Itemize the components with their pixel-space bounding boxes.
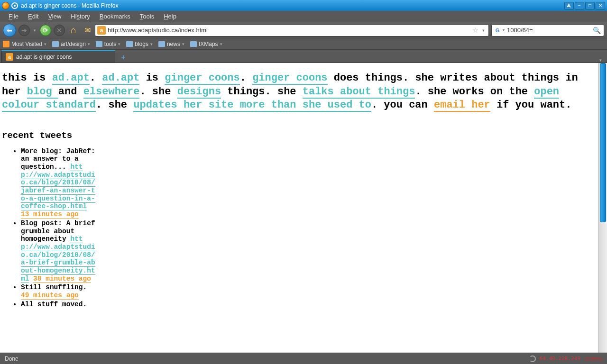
link-designs[interactable]: designs xyxy=(177,86,221,99)
most-visited-icon xyxy=(3,41,9,47)
bookmark-label: art/design xyxy=(61,41,86,47)
bookmark-label: news xyxy=(167,41,180,47)
page-content: this is ad.apt. ad.apt is ginger coons. … xyxy=(0,63,598,353)
status-ip: 64.40.228.249 xyxy=(540,355,580,362)
status-bar: Done 64.40.228.249 zotero xyxy=(0,353,607,364)
bookmark-star-icon[interactable]: ☆ xyxy=(470,26,480,35)
home-button[interactable]: ⌂ xyxy=(67,24,80,36)
vertical-scrollbar[interactable] xyxy=(598,63,607,353)
tweet-item: Blog post: A brief grumble about homogen… xyxy=(21,219,97,282)
tweet-text: All stuff moved. xyxy=(21,300,87,308)
folder-icon xyxy=(52,41,59,47)
tweets-heading: recent tweets xyxy=(2,130,597,141)
menu-file[interactable]: File xyxy=(4,13,23,20)
link-updates[interactable]: updates her site more than she used to xyxy=(133,99,371,112)
menu-bar: File Edit View History Bookmarks Tools H… xyxy=(0,11,607,22)
feed-button[interactable]: ✉ xyxy=(82,25,92,36)
chevron-down-icon: ▾ xyxy=(150,42,153,46)
nav-toolbar: ⬅ ➔ ▾ ⟳ ✕ ⌂ ✉ a ☆ ▾ G ▾ 🔍 xyxy=(0,22,607,38)
chevron-down-icon: ▾ xyxy=(88,42,90,46)
tab-favicon: a xyxy=(6,53,13,61)
chevron-down-icon: ▾ xyxy=(220,42,222,46)
folder-icon xyxy=(96,41,102,47)
folder-icon xyxy=(126,41,133,47)
zotero-button[interactable]: zotero xyxy=(585,355,602,362)
link-blog[interactable]: blog xyxy=(27,86,58,99)
window-restore-up-button[interactable]: ⮝ xyxy=(564,2,574,9)
search-engine-icon: G xyxy=(494,27,501,34)
menu-tools[interactable]: Tools xyxy=(135,13,159,20)
tweet-time[interactable]: 13 minutes ago xyxy=(21,210,79,218)
all-tabs-dropdown[interactable]: ▾ xyxy=(596,58,606,63)
bookmark-label: IXMaps xyxy=(199,41,218,47)
intro-paragraph: this is ad.apt. ad.apt is ginger coons. … xyxy=(2,72,597,112)
tweet-item: Still snuffling. 49 minutes ago xyxy=(21,283,97,299)
bookmark-folder-art-design[interactable]: art/design ▾ xyxy=(52,41,90,47)
tweet-time[interactable]: 38 minutes ago xyxy=(33,275,91,283)
link-adapt-2[interactable]: ad.apt xyxy=(102,72,139,85)
chevron-down-icon: ▾ xyxy=(44,42,46,46)
scrollbar-thumb[interactable] xyxy=(600,63,606,222)
window-maximize-button[interactable]: □ xyxy=(585,2,595,9)
link-adapt-1[interactable]: ad.apt xyxy=(52,72,90,85)
window-close-button[interactable]: ✕ xyxy=(596,2,605,9)
search-input[interactable] xyxy=(507,27,592,34)
firefox-icon xyxy=(2,2,9,9)
link-email[interactable]: email her xyxy=(434,99,490,112)
search-go-icon[interactable]: 🔍 xyxy=(592,27,602,34)
menu-help[interactable]: Help xyxy=(159,13,181,20)
bookmark-label: Most Visited xyxy=(11,41,42,47)
bookmarks-toolbar: Most Visited ▾ art/design ▾ tools ▾ blog… xyxy=(0,38,607,50)
link-elsewhere[interactable]: elsewhere xyxy=(83,86,140,99)
window-titlebar: ad.apt is ginger coons - Mozilla Firefox… xyxy=(0,0,607,11)
tab-title: ad.apt is ginger coons xyxy=(16,54,72,60)
window-title: ad.apt is ginger coons - Mozilla Firefox xyxy=(21,2,563,9)
tweet-text: More blog: JabRef: an answer to a questi… xyxy=(21,147,95,171)
tweet-text: Blog post: A brief grumble about homogen… xyxy=(21,219,95,243)
reload-button[interactable]: ⟳ xyxy=(40,25,51,36)
chevron-down-icon: ▾ xyxy=(182,42,184,46)
bookmark-most-visited[interactable]: Most Visited ▾ xyxy=(3,41,46,47)
menu-history[interactable]: History xyxy=(66,13,94,20)
tweet-text: Still snuffling. xyxy=(21,283,87,291)
bookmark-label: blogs xyxy=(135,41,148,47)
search-engine-dropdown[interactable]: ▾ xyxy=(501,28,506,32)
window-minimize-button[interactable]: − xyxy=(575,2,584,9)
link-talks[interactable]: talks about things xyxy=(303,86,415,99)
bookmark-folder-news[interactable]: news ▾ xyxy=(158,41,184,47)
bookmark-folder-blogs[interactable]: blogs ▾ xyxy=(126,41,153,47)
menu-edit[interactable]: Edit xyxy=(23,13,43,20)
site-favicon: a xyxy=(97,26,106,35)
tweet-time[interactable]: 49 minutes ago xyxy=(21,291,79,300)
tab-bar: a ad.apt is ginger coons + ▾ xyxy=(0,50,607,63)
link-ginger-2[interactable]: ginger coons xyxy=(252,72,327,85)
tab-active[interactable]: a ad.apt is ginger coons xyxy=(1,50,115,63)
stop-button: ✕ xyxy=(54,25,65,36)
url-dropdown[interactable]: ▾ xyxy=(480,28,487,33)
back-button[interactable]: ⬅ xyxy=(3,24,16,37)
folder-icon xyxy=(190,41,197,47)
url-bar[interactable]: a ☆ ▾ xyxy=(95,24,489,36)
content-viewport: this is ad.apt. ad.apt is ginger coons. … xyxy=(0,63,607,353)
tweets-list: More blog: JabRef: an answer to a questi… xyxy=(2,147,97,308)
url-input[interactable] xyxy=(108,27,470,34)
link-ginger-1[interactable]: ginger coons xyxy=(165,72,239,85)
sync-icon[interactable] xyxy=(529,355,536,362)
tweet-item: All stuff moved. xyxy=(21,300,97,309)
bookmark-folder-ixmaps[interactable]: IXMaps ▾ xyxy=(190,41,222,47)
status-message: Done xyxy=(5,355,18,362)
forward-button: ➔ xyxy=(18,25,30,36)
bookmark-folder-tools[interactable]: tools ▾ xyxy=(96,41,120,47)
tweet-item: More blog: JabRef: an answer to a questi… xyxy=(21,147,97,218)
folder-icon xyxy=(158,41,165,47)
document-icon xyxy=(11,2,18,9)
chevron-down-icon: ▾ xyxy=(118,42,120,46)
menu-view[interactable]: View xyxy=(43,13,66,20)
nav-history-dropdown[interactable]: ▾ xyxy=(32,28,37,33)
menu-bookmarks[interactable]: Bookmarks xyxy=(95,13,135,20)
search-bar[interactable]: G ▾ 🔍 xyxy=(491,24,604,36)
bookmark-label: tools xyxy=(104,41,116,47)
new-tab-button[interactable]: + xyxy=(117,52,129,63)
